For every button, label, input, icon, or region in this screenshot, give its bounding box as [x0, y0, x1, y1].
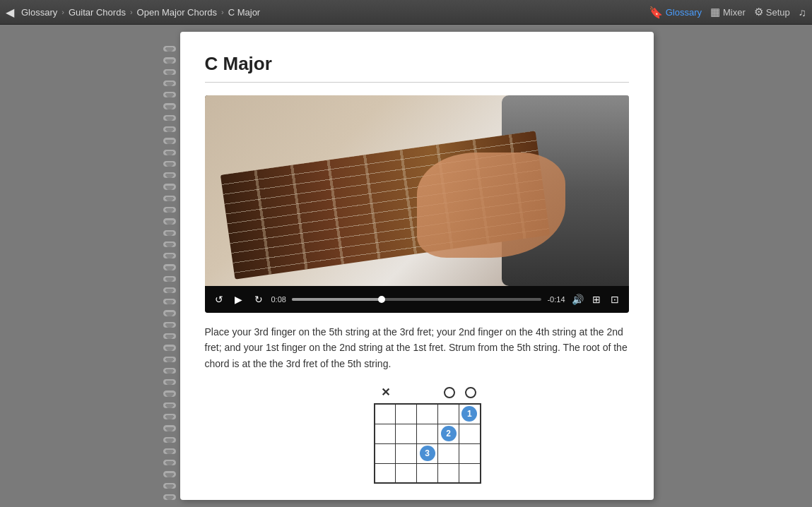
mixer-icon: ▦ — [710, 6, 720, 18]
string-o-marker-1 — [444, 387, 455, 398]
chord-cell — [417, 424, 438, 443]
spiral-ring — [163, 390, 176, 396]
breadcrumb-guitar-chords[interactable]: Guitar Chords — [66, 7, 129, 18]
chord-grid: 1 2 — [374, 403, 481, 484]
spiral-ring — [163, 57, 176, 63]
spiral-ring — [163, 207, 176, 213]
mixer-button[interactable]: ▦ Mixer — [710, 6, 746, 18]
chord-cell — [375, 443, 396, 463]
chord-cell-finger2: 2 — [438, 424, 459, 443]
spiral-ring — [163, 138, 176, 143]
pip-icon: ⊞ — [592, 294, 601, 305]
chord-cell — [459, 443, 481, 463]
fastforward-icon: ↻ — [254, 294, 263, 305]
breadcrumb-c-major[interactable]: C Major — [225, 7, 264, 18]
spiral-ring — [163, 150, 176, 155]
picture-in-picture-button[interactable]: ⊞ — [589, 292, 604, 306]
spiral-ring — [163, 322, 176, 328]
chord-row-1: 2 — [375, 424, 481, 443]
toolbar-right: 🔖 Glossary ▦ Mixer ⚙ Setup ♫ — [649, 6, 806, 19]
string-x-marker: ✕ — [381, 386, 390, 399]
chord-cell — [459, 424, 481, 443]
chord-cell-finger1: 1 — [459, 404, 481, 424]
progress-fill — [292, 298, 382, 301]
setup-button[interactable]: ⚙ Setup — [754, 6, 790, 18]
chord-cell — [438, 463, 459, 483]
spiral-ring — [163, 184, 176, 189]
top-navigation-bar: ◀ Glossary › Guitar Chords › Open Major … — [0, 0, 812, 25]
video-thumbnail[interactable] — [205, 95, 629, 286]
spiral-ring — [163, 357, 176, 362]
chord-row-0: 1 — [375, 404, 481, 424]
finger-1-dot: 1 — [461, 406, 477, 422]
current-time: 0:08 — [271, 295, 286, 304]
progress-thumb — [378, 296, 385, 303]
guitar-visual — [205, 95, 629, 286]
spiral-ring — [163, 230, 176, 236]
spiral-ring — [163, 196, 176, 201]
spiral-ring — [163, 345, 176, 350]
chord-cell — [375, 404, 396, 424]
spiral-ring — [163, 437, 176, 443]
spiral-ring — [163, 161, 176, 167]
rewind-button[interactable]: ↺ — [212, 292, 226, 306]
page-divider — [205, 82, 629, 83]
time-remaining: -0:14 — [547, 295, 565, 304]
glossary-button[interactable]: 🔖 Glossary — [649, 6, 702, 19]
play-icon: ▶ — [235, 294, 242, 305]
spiral-ring — [163, 264, 176, 270]
breadcrumb-glossary[interactable]: Glossary — [18, 7, 60, 18]
page: C Major ↺ — [180, 32, 654, 500]
spiral-ring — [163, 368, 176, 374]
spiral-ring — [163, 287, 176, 293]
chord-cell — [396, 443, 417, 463]
spiral-ring — [163, 115, 176, 121]
spiral-ring — [163, 425, 176, 431]
video-controls: ↺ ▶ ↻ 0:08 -0:14 — [205, 286, 629, 313]
chord-cell — [438, 404, 459, 424]
back-icon: ◀ — [6, 6, 14, 19]
control-icons: 🔊 ⊞ ⊡ — [571, 292, 622, 306]
volume-button[interactable]: 🔊 — [571, 292, 585, 306]
main-content: C Major ↺ — [0, 25, 812, 507]
spiral-ring — [163, 241, 176, 247]
setup-icon: ⚙ — [754, 6, 763, 18]
spiral-ring — [163, 276, 176, 282]
video-container: ↺ ▶ ↻ 0:08 -0:14 — [205, 95, 629, 313]
spiral-ring — [163, 483, 176, 489]
spiral-ring — [163, 379, 176, 385]
chord-row-2: 3 — [375, 443, 481, 463]
spiral-ring — [163, 92, 176, 97]
spiral-ring — [163, 126, 176, 132]
spiral-ring — [163, 218, 176, 224]
progress-bar[interactable] — [292, 298, 542, 301]
captions-button[interactable]: ⊡ — [608, 292, 622, 306]
chord-cell — [396, 404, 417, 424]
breadcrumb-open-major-chords[interactable]: Open Major Chords — [134, 7, 220, 18]
chord-description: Place your 3rd finger on the 5th string … — [205, 324, 629, 371]
spiral-ring — [163, 471, 176, 477]
breadcrumb-arrow-1: › — [61, 8, 64, 16]
spiral-ring — [163, 172, 176, 178]
fastforward-button[interactable]: ↻ — [252, 292, 266, 306]
captions-icon: ⊡ — [611, 294, 619, 305]
chord-cell — [396, 463, 417, 483]
breadcrumb-arrow-2: › — [130, 8, 133, 16]
spiral-ring — [163, 46, 176, 52]
play-button[interactable]: ▶ — [232, 292, 246, 306]
finger-2-dot: 2 — [441, 426, 457, 441]
finger-3-dot: 3 — [420, 446, 435, 461]
hand-overlay — [417, 153, 565, 258]
string-o-marker-2 — [465, 387, 476, 398]
spiral-ring — [163, 333, 176, 339]
glossary-bookmark-icon: 🔖 — [649, 6, 663, 19]
spiral-ring — [163, 103, 176, 109]
breadcrumb-arrow-3: › — [221, 8, 224, 16]
spiral-ring — [163, 299, 176, 304]
spiral-ring — [163, 448, 176, 454]
chord-row-3 — [375, 463, 481, 483]
chord-cell — [375, 463, 396, 483]
music-button[interactable]: ♫ — [799, 6, 806, 18]
back-button[interactable]: ◀ — [6, 6, 14, 19]
spiral-binding — [159, 32, 180, 500]
